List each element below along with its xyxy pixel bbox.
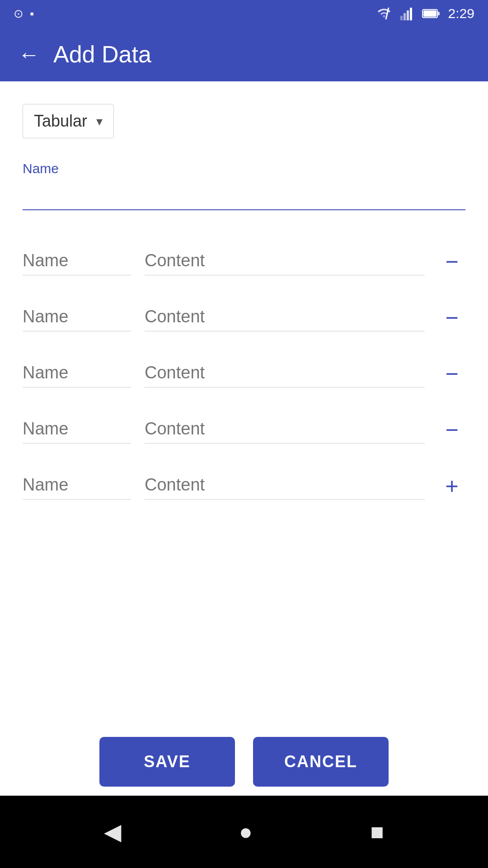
content-area: Tabular ▾ Name − − − [0,81,488,531]
status-bar-left: ⊙ ▪ [14,7,34,21]
table-row: + [23,457,465,513]
table-row: − [23,233,465,289]
row-3-content-input[interactable] [145,359,425,387]
minus-icon: − [445,363,458,385]
svg-rect-3 [407,10,409,20]
chevron-down-icon: ▾ [96,114,103,129]
spinner-icon: ⊙ [14,7,23,21]
name-input[interactable] [23,181,465,210]
nav-recent-button[interactable]: ■ [371,819,384,845]
dropdown-value: Tabular [34,112,87,131]
svg-rect-1 [400,16,403,20]
row-3-remove-button[interactable]: − [438,360,465,387]
main-name-field: Name [23,161,465,210]
nav-home-button[interactable]: ● [239,819,253,845]
back-button[interactable]: ← [18,42,40,67]
plus-icon: + [445,475,458,497]
signal-icon [400,7,414,20]
nav-bar: ◀ ● ■ [0,796,488,868]
minus-icon: − [445,419,458,441]
table-row: − [23,289,465,345]
wifi-off-icon [376,7,392,20]
svg-rect-2 [404,13,406,20]
status-bar: ⊙ ▪ 2:29 [0,0,488,27]
row-4-name-input[interactable] [23,415,131,443]
row-5-add-button[interactable]: + [438,472,465,500]
name-field-label: Name [23,161,465,176]
row-3-name-input[interactable] [23,359,131,387]
row-1-remove-button[interactable]: − [438,248,465,275]
app-bar: ← Add Data [0,27,488,81]
sd-card-icon: ▪ [30,7,34,21]
row-1-name-input[interactable] [23,246,131,275]
row-2-remove-button[interactable]: − [438,304,465,331]
table-row: − [23,345,465,401]
page-title: Add Data [53,41,151,68]
row-2-name-input[interactable] [23,302,131,331]
status-time: 2:29 [448,6,474,21]
minus-icon: − [445,250,458,273]
row-1-content-input[interactable] [145,246,425,275]
svg-rect-4 [410,8,412,20]
svg-rect-7 [423,10,436,17]
minus-icon: − [445,307,458,329]
row-5-content-input[interactable] [145,471,425,500]
status-bar-right: 2:29 [376,6,474,21]
row-5-name-input[interactable] [23,471,131,500]
rows-container: − − − − [23,233,465,513]
row-4-content-input[interactable] [145,415,425,443]
battery-icon [422,8,440,19]
save-button[interactable]: SAVE [99,737,235,787]
svg-rect-6 [437,12,440,15]
row-2-content-input[interactable] [145,302,425,331]
nav-back-button[interactable]: ◀ [104,819,121,845]
type-dropdown[interactable]: Tabular ▾ [23,104,114,138]
table-row: − [23,401,465,457]
row-4-remove-button[interactable]: − [438,416,465,443]
cancel-button[interactable]: CANCEL [253,737,389,787]
bottom-buttons: SAVE CANCEL [0,737,488,787]
